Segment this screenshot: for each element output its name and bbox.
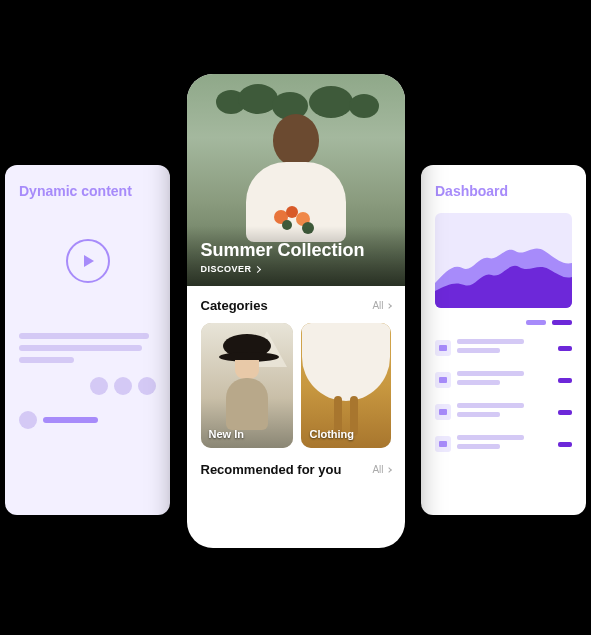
- metric-bar: [558, 378, 572, 383]
- skeleton-line: [19, 357, 74, 363]
- hero-overlay: Summer Collection DISCOVER: [187, 226, 405, 286]
- skeleton-author-row: [19, 411, 156, 429]
- categories-row: New In Clothing: [201, 323, 391, 448]
- skeleton-line: [19, 345, 142, 351]
- recommended-header: Recommended for you All: [201, 462, 391, 477]
- categories-section: Categories All New In: [187, 286, 405, 448]
- legend-item: [526, 320, 546, 325]
- category-card-new-in[interactable]: New In: [201, 323, 294, 448]
- all-label: All: [372, 300, 383, 311]
- dashboard-list-item[interactable]: [435, 339, 572, 357]
- skeleton-circle: [90, 377, 108, 395]
- dashboard-list-item[interactable]: [435, 371, 572, 389]
- hero-title: Summer Collection: [201, 240, 391, 261]
- all-label: All: [372, 464, 383, 475]
- play-icon: [84, 255, 94, 267]
- dashboard-chart: [435, 213, 572, 308]
- play-button[interactable]: [66, 239, 110, 283]
- recommended-all-link[interactable]: All: [372, 464, 390, 475]
- categories-all-link[interactable]: All: [372, 300, 390, 311]
- skeleton-circle: [138, 377, 156, 395]
- dashboard-title: Dashboard: [435, 183, 572, 199]
- category-card-clothing[interactable]: Clothing: [301, 323, 390, 448]
- phone-screen: Summer Collection DISCOVER Categories Al…: [187, 74, 405, 548]
- categories-title: Categories: [201, 298, 268, 313]
- chevron-right-icon: [386, 303, 392, 309]
- skeleton-circle: [114, 377, 132, 395]
- chart-legend: [435, 320, 572, 325]
- chevron-right-icon: [253, 265, 260, 272]
- hero-banner[interactable]: Summer Collection DISCOVER: [187, 74, 405, 286]
- metric-bar: [558, 410, 572, 415]
- dashboard-card: Dashboard: [421, 165, 586, 515]
- phone-mockup: Summer Collection DISCOVER Categories Al…: [179, 66, 413, 556]
- chevron-right-icon: [386, 467, 392, 473]
- category-label: Clothing: [309, 428, 354, 440]
- image-icon: [435, 340, 451, 356]
- category-figure: [219, 334, 275, 430]
- area-chart-icon: [435, 213, 572, 308]
- discover-label: DISCOVER: [201, 264, 252, 274]
- recommended-section: Recommended for you All: [187, 448, 405, 495]
- skeleton-line: [43, 417, 98, 423]
- image-icon: [435, 372, 451, 388]
- legend-item: [552, 320, 572, 325]
- dynamic-content-title: Dynamic content: [19, 183, 156, 199]
- skeleton-line: [19, 333, 149, 339]
- category-label: New In: [209, 428, 244, 440]
- image-icon: [435, 404, 451, 420]
- categories-header: Categories All: [201, 298, 391, 313]
- metric-bar: [558, 442, 572, 447]
- skeleton-avatar: [19, 411, 37, 429]
- metric-bar: [558, 346, 572, 351]
- dynamic-content-card: Dynamic content: [5, 165, 170, 515]
- recommended-title: Recommended for you: [201, 462, 342, 477]
- skeleton-action-row: [19, 377, 156, 395]
- dashboard-list-item[interactable]: [435, 403, 572, 421]
- image-icon: [435, 436, 451, 452]
- dashboard-list-item[interactable]: [435, 435, 572, 453]
- discover-link[interactable]: DISCOVER: [201, 264, 391, 274]
